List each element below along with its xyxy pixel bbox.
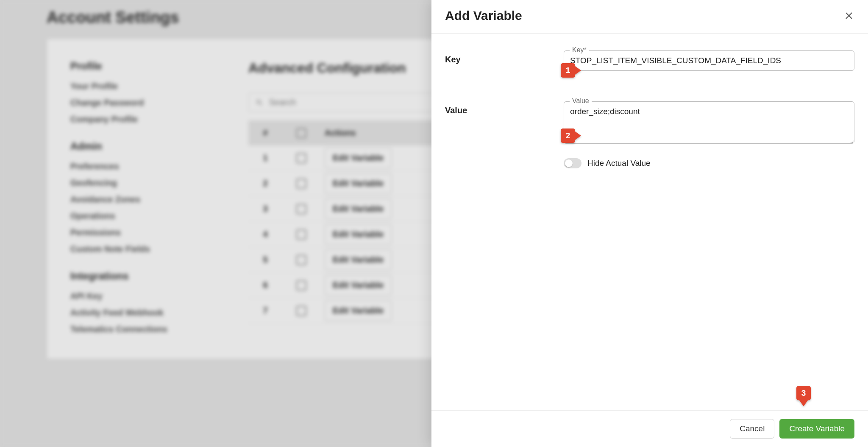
value-row: Value Value Hide Actual Value bbox=[445, 101, 854, 168]
cancel-button[interactable]: Cancel bbox=[730, 419, 774, 439]
modal-title: Add Variable bbox=[445, 8, 522, 23]
add-variable-modal: Add Variable Key Key* Value Value bbox=[431, 0, 868, 447]
modal-header: Add Variable bbox=[431, 0, 868, 34]
key-row: Key Key* bbox=[445, 50, 854, 71]
callout-number: 2 bbox=[561, 129, 575, 143]
callout-number: 3 bbox=[796, 386, 811, 400]
callout-marker-2: 2 bbox=[561, 129, 581, 143]
modal-footer: Cancel Create Variable bbox=[431, 410, 868, 447]
value-floating-label: Value bbox=[570, 97, 592, 105]
close-icon[interactable] bbox=[843, 10, 854, 21]
arrow-right-icon bbox=[575, 131, 581, 140]
callout-marker-1: 1 bbox=[561, 63, 581, 78]
value-label: Value bbox=[445, 101, 564, 168]
create-variable-button[interactable]: Create Variable bbox=[779, 419, 854, 439]
key-input[interactable] bbox=[564, 50, 854, 71]
arrow-down-icon bbox=[799, 400, 808, 406]
callout-number: 1 bbox=[561, 63, 575, 78]
arrow-right-icon bbox=[575, 66, 581, 75]
hide-value-toggle[interactable] bbox=[564, 158, 581, 168]
hide-value-label: Hide Actual Value bbox=[587, 159, 651, 168]
key-floating-label: Key* bbox=[570, 46, 589, 54]
modal-body: Key Key* Value Value Hide Actual Value bbox=[431, 34, 868, 410]
hide-value-toggle-row: Hide Actual Value bbox=[564, 158, 854, 168]
callout-marker-3: 3 bbox=[796, 386, 811, 406]
value-input[interactable] bbox=[564, 101, 854, 144]
key-label: Key bbox=[445, 50, 564, 71]
